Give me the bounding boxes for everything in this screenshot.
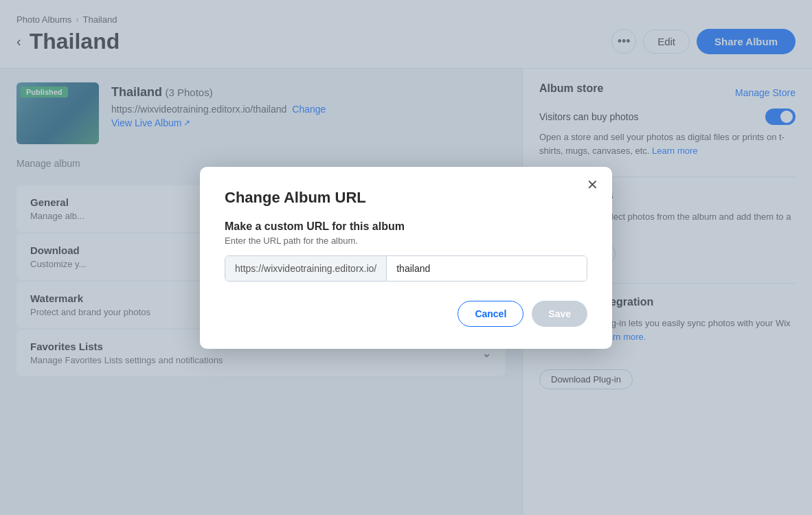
modal-overlay: ✕ Change Album URL Make a custom URL for… (0, 0, 812, 515)
modal-actions: Cancel Save (225, 301, 587, 327)
modal-sublabel: Enter the URL path for the album. (225, 236, 587, 246)
modal-title: Change Album URL (225, 189, 587, 207)
url-prefix: https://wixvideotraining.editorx.io/ (225, 256, 387, 281)
save-button[interactable]: Save (532, 301, 587, 327)
url-input-row: https://wixvideotraining.editorx.io/ (225, 255, 587, 282)
modal-close-button[interactable]: ✕ (587, 178, 598, 192)
url-input[interactable] (387, 256, 587, 281)
change-album-url-modal: ✕ Change Album URL Make a custom URL for… (200, 167, 612, 349)
modal-label: Make a custom URL for this album (225, 220, 587, 233)
cancel-button[interactable]: Cancel (458, 301, 523, 327)
